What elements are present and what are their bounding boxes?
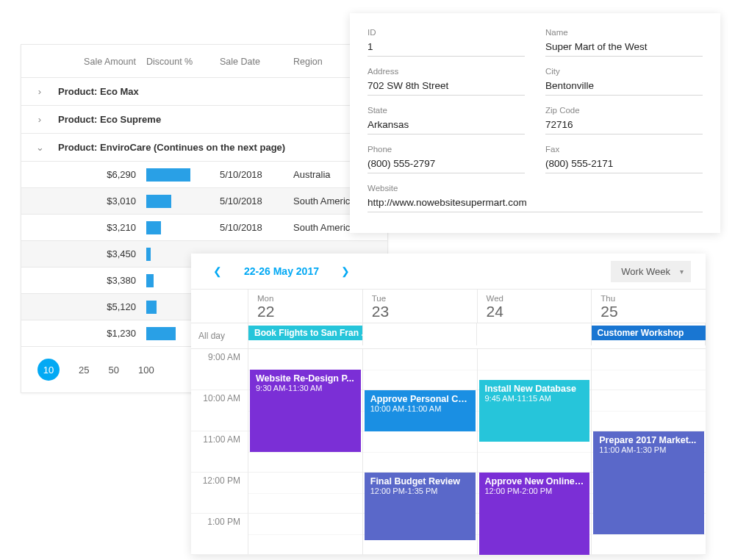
cell-date: 5/10/2018 <box>220 222 293 233</box>
cell-date: 5/10/2018 <box>220 195 293 207</box>
label-zip: Zip Code <box>545 106 703 115</box>
allday-event[interactable]: Book Flights to San Fran ... <box>248 326 363 340</box>
day-header[interactable]: Mon22 <box>248 290 363 323</box>
time-cell[interactable] <box>248 473 362 514</box>
field-website[interactable]: http://www.nowebsitesupermart.com <box>368 195 703 212</box>
cell-amount: $3,010 <box>21 195 146 207</box>
view-select[interactable]: Work Week▾ <box>611 261 691 282</box>
calendar-event[interactable]: Install New Database9:45 AM-11:15 AM <box>479 380 590 442</box>
cell-amount: $3,450 <box>21 248 146 259</box>
day-header[interactable]: Tue23 <box>363 290 478 323</box>
field-city[interactable]: Bentonville <box>545 78 703 96</box>
page-size-option[interactable]: 100 <box>138 365 154 376</box>
cell-amount: $3,210 <box>21 222 146 233</box>
calendar-event[interactable]: Website Re-Design P...9:30 AM-11:30 AM <box>250 370 361 452</box>
col-header-amount[interactable]: Sale Amount <box>58 57 146 67</box>
cell-amount: $6,290 <box>21 169 146 180</box>
time-cell[interactable] <box>592 349 706 390</box>
label-state: State <box>368 106 525 115</box>
field-state[interactable]: Arkansas <box>368 117 525 134</box>
time-cell[interactable] <box>592 390 706 431</box>
group-row[interactable]: ›Product: Eco Supreme <box>21 106 387 134</box>
allday-event[interactable]: Customer Workshop <box>592 326 706 340</box>
table-row[interactable]: $3,010 5/10/2018 South America <box>21 188 387 215</box>
day-column[interactable]: Approve Personal Co...10:00 AM-11:00 AMF… <box>363 349 478 555</box>
time-label: 9:00 AM <box>191 349 248 390</box>
label-fax: Fax <box>545 145 703 154</box>
day-header[interactable]: Thu25 <box>592 290 706 323</box>
scheduler: ❮ 22-26 May 2017 ❯ Work Week▾ Mon22Tue23… <box>191 254 706 555</box>
field-address[interactable]: 702 SW 8th Street <box>368 78 525 96</box>
group-label: Product: Eco Max <box>58 86 139 97</box>
label-id: ID <box>368 28 525 37</box>
group-label: Product: EnviroCare (Continues on the ne… <box>58 142 285 153</box>
allday-cell[interactable] <box>363 323 478 345</box>
time-cell[interactable] <box>363 349 477 390</box>
col-header-date[interactable]: Sale Date <box>220 57 293 67</box>
field-name[interactable]: Super Mart of the West <box>545 39 703 57</box>
group-row[interactable]: ⌄Product: EnviroCare (Continues on the n… <box>21 134 387 162</box>
label-phone: Phone <box>368 145 525 154</box>
label-city: City <box>545 67 703 76</box>
day-column[interactable]: Install New Database9:45 AM-11:15 AMAppr… <box>478 349 592 555</box>
next-button[interactable]: ❯ <box>334 265 357 277</box>
table-row[interactable]: $6,290 5/10/2018 Australia <box>21 162 387 188</box>
field-fax[interactable]: (800) 555-2171 <box>545 156 703 173</box>
allday-cell[interactable] <box>477 323 592 345</box>
chevron-down-icon: ▾ <box>680 268 684 276</box>
cell-amount: $3,380 <box>21 275 146 286</box>
time-cell[interactable] <box>363 431 477 473</box>
col-header-discount[interactable]: Discount % <box>146 57 220 67</box>
date-range-label[interactable]: 22-26 May 2017 <box>244 265 319 277</box>
field-phone[interactable]: (800) 555-2797 <box>368 156 525 173</box>
expand-icon[interactable]: › <box>21 114 58 125</box>
day-header[interactable]: Wed24 <box>478 290 592 323</box>
calendar-event[interactable]: Prepare 2017 Market...11:00 AM-1:30 PM <box>593 431 704 534</box>
group-row[interactable]: ›Product: Eco Max <box>21 78 387 106</box>
expand-icon[interactable]: ⌄ <box>21 142 58 153</box>
calendar-event[interactable]: Approve Personal Co...10:00 AM-11:00 AM <box>365 390 476 431</box>
day-column[interactable]: Prepare 2017 Market...11:00 AM-1:30 PM <box>592 349 706 555</box>
cell-discount <box>146 221 220 234</box>
label-website: Website <box>368 184 703 193</box>
day-column[interactable]: Website Re-Design P...9:30 AM-11:30 AM <box>248 349 363 555</box>
time-label: 1:00 PM <box>191 514 248 555</box>
prev-button[interactable]: ❮ <box>206 265 229 277</box>
grid-header-row: Sale Amount Discount % Sale Date Region <box>21 45 387 78</box>
field-id[interactable]: 1 <box>368 39 525 57</box>
scheduler-toolbar: ❮ 22-26 May 2017 ❯ Work Week▾ <box>191 254 706 289</box>
time-label: 11:00 AM <box>191 431 248 473</box>
allday-label: All day <box>191 323 248 348</box>
label-name: Name <box>545 28 703 37</box>
cell-discount <box>146 195 220 208</box>
calendar-event[interactable]: Approve New Online ...12:00 PM-2:00 PM <box>479 473 590 555</box>
cell-amount: $1,230 <box>21 328 146 339</box>
group-label: Product: Eco Supreme <box>58 114 161 125</box>
time-cell[interactable] <box>248 514 362 555</box>
detail-form: ID1 NameSuper Mart of the West Address70… <box>350 13 720 233</box>
page-size-option[interactable]: 25 <box>79 365 89 376</box>
expand-icon[interactable]: › <box>21 86 58 97</box>
cell-amount: $5,120 <box>21 301 146 312</box>
cell-date: 5/10/2018 <box>220 169 293 180</box>
label-address: Address <box>368 67 525 76</box>
field-zip[interactable]: 72716 <box>545 117 703 134</box>
calendar-event[interactable]: Final Budget Review12:00 PM-1:35 PM <box>365 473 476 540</box>
time-label: 10:00 AM <box>191 390 248 431</box>
table-row[interactable]: $3,210 5/10/2018 South America <box>21 215 387 241</box>
cell-discount <box>146 168 220 182</box>
page-size-option[interactable]: 10 <box>37 359 60 381</box>
page-size-option[interactable]: 50 <box>108 365 118 376</box>
time-label: 12:00 PM <box>191 473 248 514</box>
